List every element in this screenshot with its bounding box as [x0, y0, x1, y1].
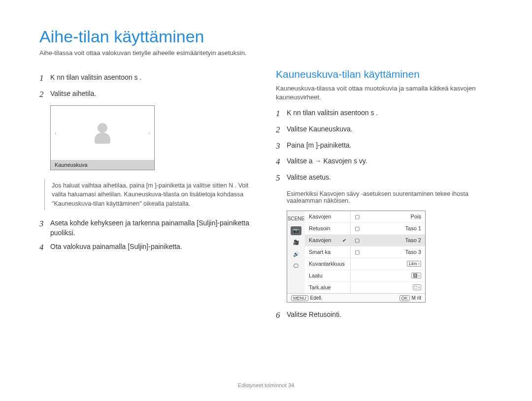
right-column: Kauneuskuva-tilan käyttäminen Kauneuskuv…	[276, 68, 493, 325]
step-text: Valitse asetus.	[287, 172, 493, 182]
menu-value: 🖾 ›	[351, 270, 425, 282]
step-number: 2	[39, 89, 50, 101]
left-column: 1 K nn tilan valitsin asentoon s . 2 Val…	[39, 68, 256, 325]
list-item: 3 Aseta kohde kehykseen ja tarkenna pain…	[39, 218, 256, 238]
person-icon	[92, 122, 113, 144]
step-number: 3	[39, 218, 50, 230]
menu-item: Kuvantarkkuus	[305, 258, 350, 270]
scene-preview: ‹ ›	[51, 106, 154, 160]
step-text: K nn tilan valitsin asentoon s .	[287, 108, 493, 118]
menu-item: Laatu	[305, 270, 350, 282]
note-block: Jos haluat vaihtaa aihetilaa, paina [m ]…	[44, 179, 256, 210]
menu-right-pane: ▢Pois ▢Taso 1 ▢Taso 2 ▢Taso 3 14m › 🖾 › …	[351, 211, 425, 293]
step-number: 6	[276, 309, 287, 322]
list-item: 4 Ota valokuva painamalla [Suljin]-paini…	[39, 242, 256, 254]
manual-page: Aihe-tilan käyttäminen Aihe-tilassa voit…	[0, 0, 532, 401]
camera-icon: 📷	[291, 226, 301, 235]
menu-item: Smart ka	[305, 247, 350, 258]
list-item: 3 Paina [m ]-painiketta.	[276, 140, 493, 153]
menu-item: Kasvojen✔	[305, 235, 350, 247]
menu-value: ▢Taso 2	[351, 235, 425, 247]
check-icon: ✔	[342, 238, 346, 243]
step-text: Valitse Kauneuskuva.	[287, 124, 493, 134]
step-number: 4	[276, 156, 287, 168]
menu-item: Retusoin	[305, 223, 350, 235]
face-level1-icon: ▢	[355, 225, 360, 232]
page-footer: Edistyneet toiminnot 34	[0, 382, 532, 388]
menu-foot-right: M rit	[412, 295, 421, 301]
chevron-left-icon: ‹	[55, 130, 57, 136]
menu-left-pane: Kasvojen Retusoin Kasvojen✔ Smart ka Kuv…	[305, 211, 351, 293]
menu-value: ▢Taso 3	[351, 247, 425, 258]
step-text: Valitse a → Kasvojen s vy.	[287, 156, 493, 166]
video-icon: 🎥	[291, 238, 301, 247]
menu-item: Kasvojen	[305, 211, 350, 223]
menu-value: □ ›	[351, 282, 425, 293]
step-number: 2	[276, 124, 287, 136]
step-text: Ota valokuva painamalla [Suljin]-painike…	[50, 242, 256, 251]
scene-label: Kauneuskuva	[55, 162, 88, 168]
sound-icon: 🔊	[291, 250, 301, 259]
menu-foot-left: Edell.	[310, 295, 323, 301]
face-off-icon: ▢	[355, 214, 360, 220]
step-text: Valitse Retusointi.	[287, 309, 493, 319]
list-item: 4 Valitse a → Kasvojen s vy.	[276, 156, 493, 168]
section-intro: Kauneuskuva-tilassa voit ottaa muotokuvi…	[276, 84, 493, 102]
list-item: 1 K nn tilan valitsin asentoon s .	[276, 108, 493, 120]
list-item: 5 Valitse asetus.	[276, 172, 493, 185]
chevron-right-icon: ›	[148, 130, 150, 136]
face-level3-icon: ▢	[355, 249, 360, 255]
menu-sidebar: SCENE 📷 🎥 🔊 🖵	[287, 211, 305, 293]
list-item: 2 Valitse Kauneuskuva.	[276, 124, 493, 136]
menu-value: 14m ›	[351, 258, 425, 270]
scene-mode-icon: SCENE	[291, 215, 301, 223]
step-subtext: Esimerkiksi Kasvojen sävy -asetuksen suu…	[287, 190, 493, 204]
menu-footer: MENUEdell. OKM rit	[287, 293, 425, 302]
scene-selector-illustration: ‹ › Kauneuskuva	[50, 105, 155, 170]
list-item: 6 Valitse Retusointi.	[276, 309, 493, 322]
step-number: 5	[276, 172, 287, 185]
quality-badge: 🖾 ›	[411, 273, 422, 278]
menu-item: Tark.alue	[305, 282, 350, 293]
step-text: Aseta kohde kehykseen ja tarkenna painam…	[50, 218, 256, 238]
step-text: K nn tilan valitsin asentoon s .	[50, 72, 256, 82]
ok-pill: OK	[399, 295, 410, 301]
menu-value: ▢Pois	[351, 211, 425, 223]
step-text: Paina [m ]-painiketta.	[287, 140, 493, 150]
step-number: 4	[39, 242, 50, 254]
section-heading: Kauneuskuva-tilan käyttäminen	[276, 68, 493, 80]
scene-label-bar: Kauneuskuva	[51, 160, 154, 170]
display-icon: 🖵	[291, 262, 301, 271]
list-item: 2 Valitse aihetila.	[39, 89, 256, 101]
list-item: 1 K nn tilan valitsin asentoon s .	[39, 72, 256, 85]
page-intro: Aihe-tilassa voit ottaa valokuvan tietyl…	[39, 49, 493, 57]
step-number: 3	[276, 140, 287, 153]
focusarea-badge: □ ›	[413, 284, 421, 290]
two-column-layout: 1 K nn tilan valitsin asentoon s . 2 Val…	[39, 68, 493, 325]
camera-menu-illustration: SCENE 📷 🎥 🔊 🖵 Kasvojen Retusoin Kasvojen…	[287, 211, 426, 303]
menu-value: ▢Taso 1	[351, 223, 425, 235]
menu-pill: MENU	[291, 295, 308, 301]
resolution-badge: 14m ›	[407, 261, 421, 267]
page-title: Aihe-tilan käyttäminen	[39, 27, 493, 46]
step-number: 1	[39, 72, 50, 85]
step-number: 1	[276, 108, 287, 120]
step-text: Valitse aihetila.	[50, 89, 256, 98]
face-level2-icon: ▢	[355, 237, 360, 244]
